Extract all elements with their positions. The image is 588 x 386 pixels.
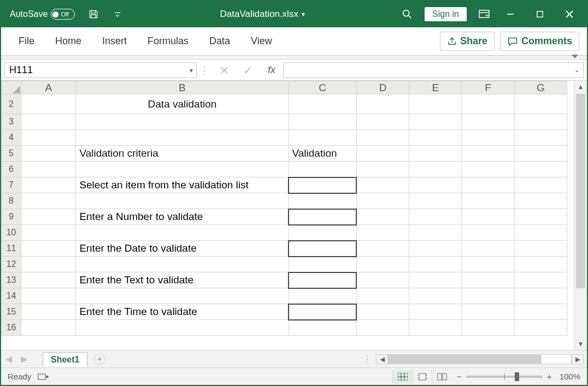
cell-D5[interactable] [356,146,409,162]
formula-input[interactable]: ⌄ [283,62,584,78]
cell-F5[interactable] [462,146,514,162]
cell-D3[interactable] [356,114,409,130]
ribbon-display-button[interactable] [473,1,495,27]
cell-F3[interactable] [462,114,514,130]
cell-A7[interactable] [21,177,76,193]
cell-E8[interactable] [409,193,462,209]
cell-C13[interactable] [289,272,356,288]
hscroll-left-button[interactable]: ◀ [376,354,388,364]
vscroll-thumb[interactable] [576,94,585,288]
row-header-5[interactable]: 5 [2,146,21,162]
select-all-corner[interactable] [2,81,21,94]
ribbon-collapse-toggle[interactable] [1,56,587,60]
cell-A4[interactable] [21,130,76,146]
col-header-A[interactable]: A [21,81,76,94]
cell-D13[interactable] [356,272,409,288]
row-header-10[interactable]: 10 [2,225,21,241]
signin-button[interactable]: Sign in [425,7,467,21]
cell-F10[interactable] [462,225,514,241]
cell-D8[interactable] [356,193,409,209]
row-header-2[interactable]: 2 [2,94,21,114]
cell-C8[interactable] [289,193,356,209]
cell-B11[interactable]: Enter the Date to validate [76,241,289,257]
cell-G12[interactable] [514,257,567,272]
zoom-out-button[interactable]: − [457,372,462,381]
row-header-3[interactable]: 3 [2,114,21,130]
cell-E9[interactable] [409,209,462,225]
cell-D2[interactable] [356,94,409,114]
cell-D14[interactable] [356,288,409,304]
fx-icon[interactable]: fx [260,60,283,80]
cell-E2[interactable] [409,94,462,114]
cell-D10[interactable] [356,225,409,241]
cell-G7[interactable] [514,177,567,193]
row-header-11[interactable]: 11 [2,241,21,257]
row-header-6[interactable]: 6 [2,162,21,177]
cell-C7[interactable] [289,177,356,193]
macro-record-icon[interactable] [38,372,49,381]
cell-A14[interactable] [21,288,76,304]
col-header-D[interactable]: D [356,81,409,94]
cell-C12[interactable] [289,257,356,272]
tab-drag-handle[interactable]: ⋮ [363,354,373,364]
view-page-layout-button[interactable] [412,370,432,383]
cell-A13[interactable] [21,272,76,288]
cell-B5[interactable]: Validation criteria [76,146,289,162]
cell-B4[interactable] [76,130,289,146]
view-page-break-button[interactable] [432,370,451,383]
cell-E15[interactable] [409,304,462,320]
cell-A12[interactable] [21,257,76,272]
cell-A11[interactable] [21,241,76,257]
cell-A3[interactable] [21,114,76,130]
cell-A16[interactable] [21,320,76,336]
minimize-button[interactable] [496,1,525,27]
row-header-7[interactable]: 7 [2,177,21,193]
cell-D11[interactable] [356,241,409,257]
cell-A2[interactable] [21,94,76,114]
cell-G8[interactable] [514,193,567,209]
cell-D9[interactable] [356,209,409,225]
row-header-8[interactable]: 8 [2,193,21,209]
cell-F16[interactable] [462,320,514,336]
cell-C15[interactable] [289,304,356,320]
cell-G10[interactable] [514,225,567,241]
sheet-nav[interactable]: ◀▶ [1,354,32,364]
add-sheet-button[interactable]: ＋ [94,354,105,365]
cell-G13[interactable] [514,272,567,288]
cell-A10[interactable] [21,225,76,241]
cell-B6[interactable] [76,162,289,177]
zoom-knob[interactable] [515,372,519,381]
autosave-toggle[interactable]: AutoSave Off [4,9,80,20]
tab-file[interactable]: File [9,31,44,51]
title-dropdown-icon[interactable]: ▾ [302,10,305,18]
cell-F9[interactable] [462,209,514,225]
cell-C14[interactable] [289,288,356,304]
cell-B14[interactable] [76,288,289,304]
search-button[interactable] [396,1,418,27]
cell-D15[interactable] [356,304,409,320]
cell-D4[interactable] [356,130,409,146]
horizontal-scrollbar[interactable]: ◀ ▶ [376,354,584,365]
cell-E13[interactable] [409,272,462,288]
cell-A9[interactable] [21,209,76,225]
cell-B2[interactable]: Data validation [76,94,289,114]
cell-G6[interactable] [514,162,567,177]
cell-F14[interactable] [462,288,514,304]
cell-F2[interactable] [462,94,514,114]
cell-C6[interactable] [289,162,356,177]
cell-E5[interactable] [409,146,462,162]
row-header-12[interactable]: 12 [2,257,21,272]
cell-F4[interactable] [462,130,514,146]
cell-C16[interactable] [289,320,356,336]
col-header-G[interactable]: G [514,81,567,94]
col-header-B[interactable]: B [76,81,289,94]
share-button[interactable]: Share [440,32,495,51]
tab-formulas[interactable]: Formulas [138,31,198,51]
cell-G3[interactable] [514,114,567,130]
cell-C11[interactable] [289,241,356,257]
cancel-formula-button[interactable]: ✕ [212,60,236,80]
row-header-9[interactable]: 9 [2,209,21,225]
cell-E10[interactable] [409,225,462,241]
cell-E14[interactable] [409,288,462,304]
cell-B3[interactable] [76,114,289,130]
